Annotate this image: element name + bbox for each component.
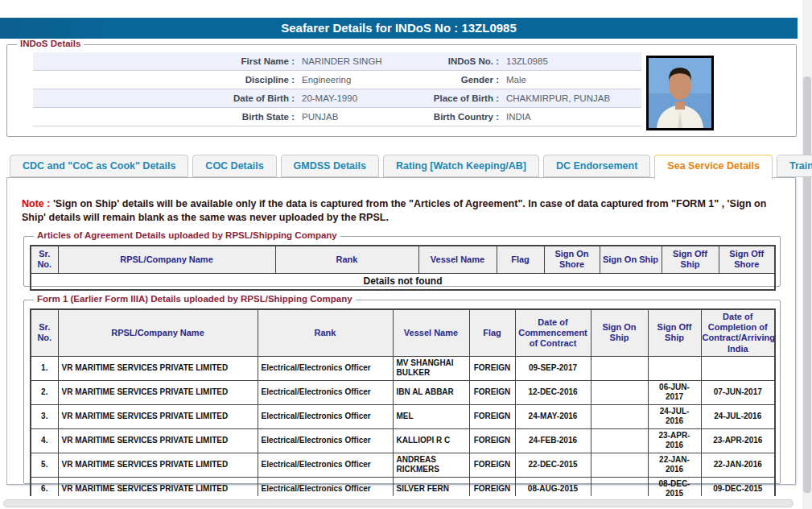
field-value-birth-country: INDIA — [499, 108, 641, 126]
cell-sign-off-ship: 24-JUL-2016 — [648, 404, 701, 428]
vertical-scrollbar-thumb[interactable] — [803, 77, 811, 493]
field-label-birth-country: Birth Country : — [431, 108, 499, 126]
col-header-rpsl-company-name: RPSL/Company Name — [58, 309, 258, 356]
cell-flag: FOREIGN — [469, 428, 515, 453]
col-header-sign-on-ship: Sign On Ship — [591, 309, 648, 356]
field-label-discipline: Discipline : — [33, 71, 295, 89]
cell-commencement-date: 22-DEC-2015 — [515, 453, 591, 477]
cell-completion-date: 24-JUL-2016 — [701, 404, 775, 428]
cell-sign-on-ship — [591, 380, 648, 404]
col-header-sign-on-shore: Sign On Shore — [544, 246, 600, 273]
cell-commencement-date: 24-FEB-2016 — [515, 428, 591, 453]
cell-rank: Electrical/Electronics Officer — [258, 380, 393, 404]
col-header-rank: Rank — [258, 309, 393, 356]
tab-bar: CDC and "CoC as Cook" Details COC Detail… — [10, 155, 812, 180]
col-header-sign-on-ship: Sign On Ship — [600, 246, 662, 273]
field-label-first-name: First Name : — [33, 52, 295, 70]
articles-of-agreement-fieldset: Articles of Agreement Details uploaded b… — [23, 236, 781, 287]
cell-completion-date: 07-JUN-2017 — [701, 380, 775, 404]
details-not-found-message: Details not found — [31, 273, 775, 290]
articles-of-agreement-table: Sr. No. RPSL/Company Name Rank Vessel Na… — [30, 245, 776, 291]
indos-details-legend: INDoS Details — [17, 39, 84, 48]
col-header-vessel-name: Vessel Name — [393, 309, 469, 356]
cell-flag: FOREIGN — [469, 404, 515, 428]
sea-service-panel: Note : 'Sign on Ship' details will be av… — [6, 177, 796, 485]
cell-vessel: MEL — [393, 404, 469, 428]
cell-sign-on-ship — [591, 356, 648, 380]
table-header-row: Sr. No. RPSL/Company Name Rank Vessel Na… — [31, 309, 775, 356]
field-value-first-name: NARINDER SINGH — [295, 52, 431, 70]
table-row: 2. VR MARITIME SERVICES PRIVATE LIMITED … — [31, 380, 775, 404]
field-value-date-of-birth: 20-MAY-1990 — [295, 89, 431, 107]
indos-row: Discipline : Engineering Gender : Male — [33, 71, 641, 89]
cell-sign-off-ship: 23-APR-2016 — [648, 428, 701, 453]
col-header-sign-off-ship: Sign Off Ship — [662, 246, 719, 273]
cell-sr-no: 2. — [31, 380, 58, 404]
table-row: 4. VR MARITIME SERVICES PRIVATE LIMITED … — [31, 428, 775, 453]
page-title: Seafarer Details for INDoS No : 13ZL0985 — [0, 18, 798, 39]
table-header-row: Sr. No. RPSL/Company Name Rank Vessel Na… — [31, 246, 775, 273]
cell-rank: Electrical/Electronics Officer — [258, 404, 393, 428]
form1-fieldset: Form 1 (Earlier Form IIIA) Details uploa… — [23, 300, 781, 484]
table-row: 1. VR MARITIME SERVICES PRIVATE LIMITED … — [31, 356, 775, 380]
vertical-scrollbar[interactable] — [802, 0, 812, 509]
cell-commencement-date: 24-MAY-2016 — [515, 404, 591, 428]
field-label-indos-no: INDoS No. : — [431, 52, 499, 70]
cell-flag: FOREIGN — [469, 453, 515, 477]
cell-company: VR MARITIME SERVICES PRIVATE LIMITED — [58, 404, 258, 428]
cell-sign-on-ship — [591, 428, 648, 453]
cell-vessel: IBN AL ABBAR — [393, 380, 469, 404]
note-text: 'Sign on Ship' details will be available… — [22, 198, 766, 223]
field-label-place-of-birth: Place of Birth : — [431, 89, 499, 107]
tab-training-details[interactable]: Training Details — [777, 155, 812, 177]
horizontal-scrollbar-thumb[interactable] — [3, 499, 793, 507]
cell-rank: Electrical/Electronics Officer — [258, 356, 393, 380]
field-value-gender: Male — [499, 71, 641, 89]
sign-on-ship-note: Note : 'Sign on Ship' details will be av… — [22, 197, 788, 225]
cell-rank: Electrical/Electronics Officer — [258, 453, 393, 477]
col-header-sign-off-shore: Sign Off Shore — [719, 246, 775, 273]
tab-sea-service-details[interactable]: Sea Service Details — [654, 155, 773, 180]
cell-completion-date: 22-JAN-2016 — [701, 453, 775, 477]
col-header-flag: Flag — [497, 246, 544, 273]
cell-company: VR MARITIME SERVICES PRIVATE LIMITED — [58, 428, 258, 453]
field-value-place-of-birth: CHAKMIRPUR, PUNJAB — [499, 89, 641, 107]
horizontal-scrollbar[interactable] — [0, 496, 801, 509]
col-header-date-of-completion: Date of Completion of Contract/Arriving … — [701, 309, 775, 356]
cell-completion-date: 23-APR-2016 — [701, 428, 775, 453]
note-prefix: Note : — [22, 198, 53, 209]
col-header-date-of-commencement: Date of Commencement of Contract — [515, 309, 591, 356]
cell-sign-off-ship — [648, 356, 701, 380]
field-label-date-of-birth: Date of Birth : — [33, 89, 295, 107]
page: Seafarer Details for INDoS No : 13ZL0985… — [0, 0, 812, 509]
col-header-flag: Flag — [469, 309, 515, 356]
field-value-discipline: Engineering — [295, 71, 431, 89]
cell-sign-on-ship — [591, 404, 648, 428]
cell-commencement-date: 12-DEC-2016 — [515, 380, 591, 404]
col-header-vessel-name: Vessel Name — [418, 246, 497, 273]
cell-sign-off-ship: 22-JAN-2016 — [648, 453, 701, 477]
field-label-birth-state: Birth State : — [33, 108, 295, 126]
table-empty-row: Details not found — [31, 273, 775, 290]
seafarer-photo — [646, 56, 714, 130]
col-header-rpsl-company-name: RPSL/Company Name — [58, 246, 275, 273]
col-header-sr-no: Sr. No. — [31, 246, 58, 273]
table-row: 3. VR MARITIME SERVICES PRIVATE LIMITED … — [31, 404, 775, 428]
form1-table: Sr. No. RPSL/Company Name Rank Vessel Na… — [30, 308, 776, 509]
cell-vessel: ANDREAS RICKMERS — [393, 453, 469, 477]
cell-sign-off-ship: 06-JUN-2017 — [648, 380, 701, 404]
cell-sr-no: 3. — [31, 404, 58, 428]
tab-coc-details[interactable]: COC Details — [192, 155, 276, 177]
cell-commencement-date: 09-SEP-2017 — [515, 356, 591, 380]
field-value-birth-state: PUNJAB — [295, 108, 431, 126]
cell-company: VR MARITIME SERVICES PRIVATE LIMITED — [58, 453, 258, 477]
col-header-sr-no: Sr. No. — [31, 309, 58, 356]
tab-rating-watch-keeping-ab[interactable]: Rating [Watch Keeping/AB] — [383, 155, 539, 177]
tab-dc-endorsement[interactable]: DC Endorsement — [543, 155, 650, 177]
cell-sr-no: 1. — [31, 356, 58, 380]
field-label-gender: Gender : — [431, 71, 499, 89]
col-header-rank: Rank — [275, 246, 418, 273]
table-row: 5. VR MARITIME SERVICES PRIVATE LIMITED … — [31, 453, 775, 477]
tab-cdc-coc-cook-details[interactable]: CDC and "CoC as Cook" Details — [10, 155, 188, 177]
tab-gmdss-details[interactable]: GMDSS Details — [281, 155, 379, 177]
